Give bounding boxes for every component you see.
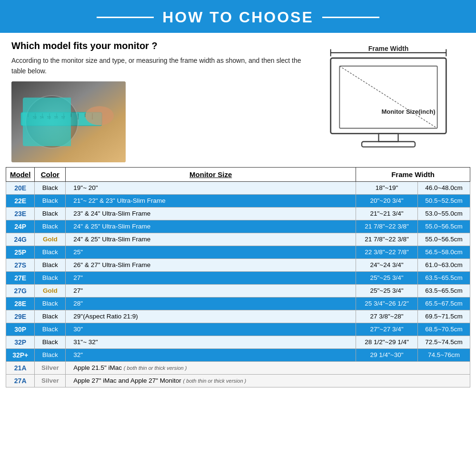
cell-color: Black	[35, 181, 66, 194]
col-frame-width: Frame Width	[356, 167, 470, 181]
svg-text:53: 53	[33, 116, 37, 119]
cell-model: 20E	[6, 181, 35, 194]
table-header-row: Model Color Monitor Size Frame Width	[6, 167, 470, 181]
product-table: Model Color Monitor Size Frame Width 20E…	[6, 167, 470, 387]
table-row: 32PBlack31"~ 32"28 1/2"~29 1/4"72.5~74.5…	[6, 336, 470, 348]
cell-color: Black	[35, 348, 66, 361]
cell-monitor-size: Apple 27" iMac and Apple 27" Monitor ( b…	[66, 374, 470, 387]
svg-line-26	[339, 66, 437, 129]
cell-cm: 55.0~56.5cm	[418, 220, 470, 233]
cell-frame-width: 21 7/8"~22 3/8"	[356, 233, 418, 246]
cell-monitor-size: 24" & 25" Ultra-Slim Frame	[66, 233, 356, 246]
info-section: Which model fits your monitor ? Accordin…	[0, 33, 476, 167]
cell-model: 21A	[6, 361, 35, 374]
cell-monitor-size: 19"~ 20"	[66, 181, 356, 194]
table-row: 28EBlack28"25 3/4"~26 1/2"65.5~67.5cm	[6, 297, 470, 310]
cell-frame-width: 20"~20 3/4"	[356, 194, 418, 207]
cell-monitor-size: 25"	[66, 246, 356, 258]
cell-cm: 69.5~71.5cm	[418, 310, 470, 323]
header-left-line	[97, 17, 154, 18]
cell-color: Silver	[35, 361, 66, 374]
cell-model: 23E	[6, 207, 35, 220]
cell-cm: 56.5~58.0cm	[418, 246, 470, 258]
svg-text:57: 57	[61, 116, 65, 119]
svg-text:Frame Width: Frame Width	[368, 45, 409, 52]
cell-cm: 46.0~48.0cm	[418, 181, 470, 194]
header-title: HOW TO CHOOSE	[162, 9, 314, 26]
svg-text:Monitor Size(inch): Monitor Size(inch)	[381, 108, 435, 115]
cell-monitor-size: 29"(Aspect Ratio 21:9)	[66, 310, 356, 323]
cell-frame-width: 18"~19"	[356, 181, 418, 194]
cell-cm: 53.0~55.0cm	[418, 207, 470, 220]
cell-model: 27S	[6, 258, 35, 271]
table-row: 24GGold24" & 25" Ultra-Slim Frame21 7/8"…	[6, 233, 470, 246]
cell-color: Black	[35, 336, 66, 348]
cell-monitor-size: 23" & 24" Ultra-Slim Frame	[66, 207, 356, 220]
cell-frame-width: 22 3/8"~22 7/8"	[356, 246, 418, 258]
cell-monitor-size: Apple 21.5" iMac ( both thin or thick ve…	[66, 361, 470, 374]
table-row: 24PBlack24" & 25" Ultra-Slim Frame21 7/8…	[6, 220, 470, 233]
cell-model: 25P	[6, 246, 35, 258]
cell-color: Gold	[35, 284, 66, 297]
cell-frame-width: 21 7/8"~22 3/8"	[356, 220, 418, 233]
svg-rect-25	[339, 66, 437, 129]
measuring-image-inner: 53 54 55 56 57	[11, 81, 126, 162]
cell-color: Black	[35, 271, 66, 284]
cell-model: 22E	[6, 194, 35, 207]
cell-frame-width: 24"~24 3/4"	[356, 258, 418, 271]
cell-monitor-size: 27"	[66, 284, 356, 297]
cell-frame-width: 21"~21 3/4"	[356, 207, 418, 220]
cell-color: Black	[35, 220, 66, 233]
table-row: 23EBlack23" & 24" Ultra-Slim Frame21"~21…	[6, 207, 470, 220]
svg-rect-2	[21, 112, 102, 126]
cell-model: 29E	[6, 310, 35, 323]
svg-point-19	[26, 96, 78, 148]
cell-cm: 63.5~65.5cm	[418, 284, 470, 297]
cell-cm: 50.5~52.5cm	[418, 194, 470, 207]
cell-model: 32P	[6, 336, 35, 348]
cell-model: 32P+	[6, 348, 35, 361]
cell-cm: 61.0~63.0cm	[418, 258, 470, 271]
cell-frame-width: 27"~27 3/4"	[356, 323, 418, 336]
cell-color: Black	[35, 323, 66, 336]
table-row: 22EBlack21"~ 22" & 23" Ultra-Slim Frame2…	[6, 194, 470, 207]
info-left: Which model fits your monitor ? Accordin…	[11, 40, 303, 162]
svg-rect-24	[331, 58, 446, 134]
cell-frame-width: 29 1/4"~30"	[356, 348, 418, 361]
info-description: According to the monitor size and type, …	[11, 55, 303, 77]
cell-model: 24P	[6, 220, 35, 233]
cell-color: Black	[35, 207, 66, 220]
cell-monitor-size: 27"	[66, 271, 356, 284]
cell-color: Black	[35, 310, 66, 323]
svg-rect-28	[378, 134, 398, 142]
cell-frame-width: 28 1/2"~29 1/4"	[356, 336, 418, 348]
cell-frame-width: 25 3/4"~26 1/2"	[356, 297, 418, 310]
cell-monitor-size: 28"	[66, 297, 356, 310]
svg-point-18	[85, 106, 114, 125]
header: HOW TO CHOOSE	[0, 0, 476, 33]
table-row: 27ASilverApple 27" iMac and Apple 27" Mo…	[6, 374, 470, 387]
col-color: Color	[35, 167, 66, 181]
table-row: 27SBlack26" & 27" Ultra-Slim Frame24"~24…	[6, 258, 470, 271]
cell-color: Black	[35, 258, 66, 271]
cell-cm: 72.5~74.5cm	[418, 336, 470, 348]
table-row: 25PBlack25"22 3/8"~22 7/8"56.5~58.0cm	[6, 246, 470, 258]
cell-model: 27A	[6, 374, 35, 387]
cell-cm: 63.5~65.5cm	[418, 271, 470, 284]
cell-model: 28E	[6, 297, 35, 310]
header-right-line	[322, 17, 379, 18]
info-right: Frame Width Monitor Size(inch)	[312, 40, 465, 162]
cell-model: 27G	[6, 284, 35, 297]
cell-monitor-size: 24" & 25" Ultra-Slim Frame	[66, 220, 356, 233]
cell-color: Gold	[35, 233, 66, 246]
table-container: Model Color Monitor Size Frame Width 20E…	[0, 167, 476, 391]
svg-text:54: 54	[40, 116, 44, 119]
svg-rect-1	[21, 112, 102, 126]
cell-monitor-size: 26" & 27" Ultra-Slim Frame	[66, 258, 356, 271]
cell-frame-width: 25"~25 3/4"	[356, 284, 418, 297]
table-row: 27GGold27"25"~25 3/4"63.5~65.5cm	[6, 284, 470, 297]
cell-model: 27E	[6, 271, 35, 284]
measuring-image: 53 54 55 56 57	[11, 81, 126, 162]
cell-monitor-size: 21"~ 22" & 23" Ultra-Slim Frame	[66, 194, 356, 207]
cell-frame-width: 25"~25 3/4"	[356, 271, 418, 284]
